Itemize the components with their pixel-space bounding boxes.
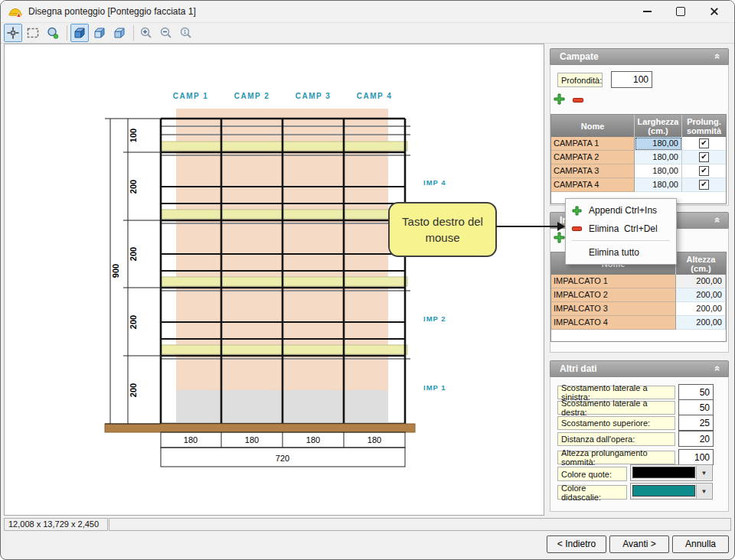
dim-total-width: 720 xyxy=(276,454,289,463)
cell-altezza[interactable]: 200,00 xyxy=(676,302,726,316)
toolbar: 1 xyxy=(1,22,734,44)
cube-back-icon xyxy=(113,27,126,39)
menu-separator xyxy=(572,240,670,241)
campate-section-header[interactable]: Campate « xyxy=(550,48,729,65)
crosshair-icon xyxy=(7,27,19,39)
menu-item-elimina[interactable]: Elimina Ctrl+Del xyxy=(566,220,676,238)
cell-prolung: ✔ xyxy=(682,137,726,151)
prolung-checkbox[interactable]: ✔ xyxy=(699,180,709,190)
collapse-chevron-icon[interactable]: « xyxy=(712,54,724,59)
menu-item-label: Elimina Ctrl+Del xyxy=(589,223,658,234)
scostamento-sinistra-input[interactable] xyxy=(678,384,714,400)
collapse-chevron-icon[interactable]: « xyxy=(712,366,724,371)
table-row: CAMPATA 3 180,00 ✔ xyxy=(551,164,726,178)
back-button[interactable]: < Indietro xyxy=(547,536,606,553)
pan-tool-button[interactable] xyxy=(4,24,22,42)
table-row: IMPALCATO 1 200,00 xyxy=(551,275,726,288)
prolung-checkbox[interactable]: ✔ xyxy=(699,166,709,176)
cell-altezza[interactable]: 200,00 xyxy=(676,316,726,330)
impalcati-table: Nome Altezza (cm.) IMPALCATO 1 200,00 IM… xyxy=(550,252,727,342)
imp-label: IMP 4 xyxy=(423,178,446,187)
col-nome: Nome xyxy=(551,115,635,137)
cancel-button[interactable]: Annulla xyxy=(672,536,729,553)
view-cube-solid-button[interactable] xyxy=(70,24,89,42)
camp-labels: CAMP 1 CAMP 2 CAMP 3 CAMP 4 xyxy=(173,92,393,100)
altri-dati-title: Altri dati xyxy=(560,363,597,374)
camp-label: CAMP 2 xyxy=(234,92,270,100)
menu-item-elimina-tutto[interactable]: Elimina tutto xyxy=(566,243,676,262)
callout-arrow-head xyxy=(557,222,565,231)
minimize-button[interactable] xyxy=(630,1,664,22)
cell-nome[interactable]: CAMPATA 4 xyxy=(551,178,635,192)
dim-bay: 180 xyxy=(368,435,381,444)
view-cube-back-button[interactable] xyxy=(110,24,129,42)
hint-text: Tasto destro del mouse xyxy=(396,213,489,246)
zoom-actual-button[interactable]: 1 xyxy=(177,24,195,42)
colore-quote-dropdown[interactable]: ▼ xyxy=(630,464,713,481)
toolbar-separator xyxy=(67,25,67,41)
svg-text:1: 1 xyxy=(184,29,187,34)
scaffold-drawing: 900 100 200 200 200 200 180 180 180 180 … xyxy=(5,44,544,515)
campate-table-header: Nome Larghezza (cm.) Prolung. sommità xyxy=(551,115,726,137)
select-rect-button[interactable] xyxy=(24,24,42,42)
cell-larghezza[interactable]: 180,00 xyxy=(635,151,682,164)
profondita-input[interactable] xyxy=(611,71,652,88)
toolbar-separator xyxy=(133,25,134,41)
dim-segment: 200 xyxy=(129,383,138,397)
field-label: Colore quote: xyxy=(557,467,627,481)
altri-dati-section-header[interactable]: Altri dati « xyxy=(550,360,729,377)
app-window: Disegna ponteggio [Ponteggio facciata 1] xyxy=(0,0,735,560)
prolung-checkbox[interactable]: ✔ xyxy=(699,138,709,148)
distanza-opera-input[interactable] xyxy=(678,431,714,447)
camp-label: CAMP 4 xyxy=(357,92,393,100)
prolung-checkbox[interactable]: ✔ xyxy=(699,152,709,162)
table-row: CAMPATA 4 180,00 ✔ xyxy=(551,178,726,192)
cell-larghezza[interactable]: 180,00 xyxy=(635,178,682,192)
cell-nome[interactable]: IMPALCATO 1 xyxy=(551,275,676,288)
cell-altezza[interactable]: 200,00 xyxy=(676,275,726,288)
cell-altezza[interactable]: 200,00 xyxy=(676,288,726,302)
ground-strip xyxy=(105,424,415,432)
cell-prolung: ✔ xyxy=(682,178,726,192)
cell-nome[interactable]: IMPALCATO 2 xyxy=(551,288,676,302)
dim-segment: 100 xyxy=(129,129,138,142)
colore-didascalie-dropdown[interactable]: ▼ xyxy=(630,483,713,500)
scostamento-destra-input[interactable] xyxy=(678,399,714,415)
close-button[interactable] xyxy=(697,1,731,22)
drawing-canvas[interactable]: 900 100 200 200 200 200 180 180 180 180 … xyxy=(4,44,544,516)
cell-larghezza[interactable]: 180,00 xyxy=(635,137,682,151)
zoom-window-button[interactable] xyxy=(44,24,62,42)
field-label: Scostamento superiore: xyxy=(557,416,675,430)
zoom-in-button[interactable] xyxy=(137,24,155,42)
add-campata-button[interactable] xyxy=(554,93,565,105)
next-button[interactable]: Avanti > xyxy=(609,536,669,553)
dropdown-arrow-icon[interactable]: ▼ xyxy=(696,484,711,498)
add-impalcato-button[interactable] xyxy=(554,232,565,243)
altezza-prolungamento-input[interactable] xyxy=(678,449,714,465)
cell-nome[interactable]: IMPALCATO 4 xyxy=(551,316,676,330)
zoom-out-button[interactable] xyxy=(157,24,175,42)
cell-nome[interactable]: CAMPATA 1 xyxy=(551,137,635,151)
imp-label: IMP 1 xyxy=(423,383,446,392)
cube-solid-icon xyxy=(74,27,86,39)
dim-segment: 200 xyxy=(129,180,138,194)
dropdown-arrow-icon[interactable]: ▼ xyxy=(696,466,711,480)
menu-item-label: Elimina tutto xyxy=(589,247,639,258)
remove-campata-button[interactable] xyxy=(573,98,583,103)
campate-title: Campate xyxy=(560,51,599,62)
cell-nome[interactable]: CAMPATA 2 xyxy=(551,151,635,164)
menu-item-appendi[interactable]: Appendi Ctrl+Ins xyxy=(566,201,676,220)
collapse-chevron-icon[interactable]: « xyxy=(712,217,724,223)
field-label: Colore didascalie: xyxy=(557,485,627,500)
col-altezza: Altezza (cm.) xyxy=(676,252,726,275)
table-row: IMPALCATO 4 200,00 xyxy=(551,316,726,330)
scostamento-superiore-input[interactable] xyxy=(678,415,714,431)
cell-prolung: ✔ xyxy=(682,164,726,178)
maximize-button[interactable] xyxy=(664,1,697,22)
status-empty-cell xyxy=(109,518,731,531)
view-cube-front-button[interactable] xyxy=(90,24,109,42)
cell-nome[interactable]: IMPALCATO 3 xyxy=(551,302,676,316)
hardhat-icon xyxy=(8,5,22,18)
cell-nome[interactable]: CAMPATA 3 xyxy=(551,164,635,178)
cell-larghezza[interactable]: 180,00 xyxy=(635,164,682,178)
